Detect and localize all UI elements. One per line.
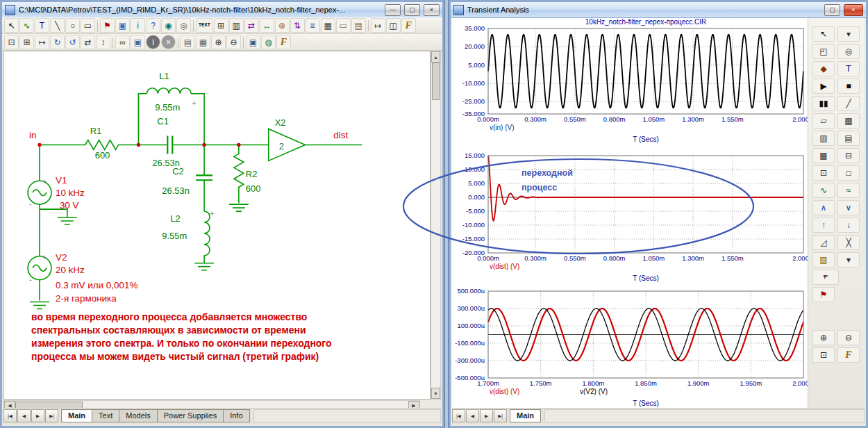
limits-icon[interactable]: ⊟ [837, 148, 860, 163]
browse-window-icon[interactable]: ▣ [131, 35, 145, 49]
schematic-canvas[interactable]: R1 600 L1 9.55m C1 26.53n C2 26.53n L2 9… [3, 51, 431, 400]
text-mode-icon[interactable]: T [837, 61, 860, 76]
info-tool-icon[interactable]: i [131, 18, 145, 33]
low-icon[interactable]: ↓ [837, 217, 860, 233]
double-wave-icon[interactable]: ≈ [837, 183, 860, 198]
rectangle-tool-icon[interactable]: ▭ [81, 18, 95, 33]
scroll-up-button[interactable]: ▲ [431, 51, 440, 63]
stop-icon[interactable]: ■ [837, 79, 860, 94]
ellipse-tool-icon[interactable]: ○ [65, 18, 80, 33]
graph-select-dropdown[interactable]: ▾ [837, 26, 860, 42]
pause-icon[interactable]: ▮▮ [812, 96, 835, 111]
wave-icon[interactable]: ∿ [812, 183, 835, 198]
flip-vertical-icon[interactable]: ⇅ [290, 18, 305, 33]
zoom-window-icon[interactable]: ⊡ [812, 347, 835, 363]
open-plot-icon[interactable]: □ [837, 165, 860, 181]
zoom-out-icon[interactable]: ⊖ [226, 35, 241, 49]
node-snap-icon[interactable]: ⊕ [275, 18, 290, 33]
tab-prev-button[interactable]: ◀ [17, 409, 31, 422]
valley-icon[interactable]: ∨ [837, 200, 860, 215]
probe-icon[interactable]: 'P' [812, 270, 839, 285]
line-mode-icon[interactable]: ╱ [837, 96, 860, 111]
scale-mode-icon[interactable]: ◰ [812, 44, 835, 59]
waveform-list-icon[interactable]: ▤ [837, 131, 860, 146]
panel-dropdown[interactable]: ▾ [837, 252, 860, 268]
cross-cursor-icon[interactable]: ╳ [837, 235, 860, 250]
query-stamp-icon[interactable]: ⊞ [214, 18, 228, 33]
tile-stamp-icon[interactable]: ▥ [229, 18, 244, 33]
zoom-in-icon[interactable]: ⊕ [812, 330, 835, 345]
fourier-icon[interactable]: F [276, 35, 291, 49]
tab-text[interactable]: Text [92, 409, 119, 422]
help-mode-icon[interactable]: ? [146, 18, 160, 33]
cursor-mode-icon[interactable]: ◎ [837, 44, 860, 59]
component-mode-icon[interactable]: ⊡ [4, 35, 19, 49]
hatch-icon[interactable]: ▩ [812, 148, 835, 163]
slope-icon[interactable]: ◿ [812, 235, 835, 250]
zoom-in-icon[interactable]: ⊕ [211, 35, 226, 49]
tab-main[interactable]: Main [510, 409, 541, 422]
scroll-down-button[interactable]: ▼ [431, 388, 440, 399]
close-button[interactable]: × [424, 4, 440, 16]
rotate-ccw-icon[interactable]: ↺ [65, 35, 80, 49]
analysis-tab-last-button[interactable]: ▶| [494, 409, 507, 422]
text-tool-icon[interactable]: T [35, 18, 49, 33]
rotate-cw-icon[interactable]: ↻ [50, 35, 65, 49]
run-icon[interactable]: ▶ [812, 79, 835, 94]
flip-horizontal-icon[interactable]: ⇄ [244, 18, 259, 33]
flag-tool-icon[interactable]: ⚑ [100, 18, 115, 33]
grid-panel-icon[interactable]: ▦ [837, 113, 860, 129]
schematic-vertical-scrollbar[interactable]: ▲ ▼ [431, 51, 441, 400]
group-icon[interactable]: ⊞ [19, 35, 34, 49]
select-mode-icon[interactable]: ↖ [812, 26, 835, 42]
paste-back-icon[interactable]: ▦ [196, 35, 210, 49]
flag-icon[interactable]: ⚑ [812, 287, 835, 302]
flip-y-icon[interactable]: ↕ [96, 35, 110, 49]
vertical-scroll-thumb[interactable] [432, 63, 440, 100]
zoom-out-icon[interactable]: ⊖ [837, 330, 860, 345]
tab-models[interactable]: Models [119, 409, 157, 422]
camera-icon[interactable]: ▣ [246, 35, 260, 49]
tab-next-button[interactable]: ▶ [31, 409, 44, 422]
restore-button[interactable]: ▢ [404, 4, 420, 16]
paste-front-icon[interactable]: ▤ [181, 35, 195, 49]
line-tool-icon[interactable]: ╲ [50, 18, 65, 33]
peak-icon[interactable]: ∧ [812, 200, 835, 215]
analysis-tab-first-button[interactable]: |◀ [452, 409, 465, 422]
tab-info[interactable]: Info [224, 409, 249, 422]
fourier-window-icon[interactable]: F [837, 347, 860, 363]
find-icon[interactable]: ∞ [115, 35, 130, 49]
polygon-mode-icon[interactable]: ▱ [812, 113, 835, 129]
point-tag-icon[interactable]: ◆ [812, 61, 835, 76]
minimize-button[interactable]: — [385, 4, 401, 16]
analysis-plot-area[interactable]: 35.00020.0005.000-10.000-25.000-35.0000.… [452, 18, 809, 411]
analysis-restore-button[interactable]: ▢ [824, 4, 840, 16]
info-circle-icon[interactable]: i [146, 35, 160, 49]
grid-toggle-icon[interactable]: ▦ [321, 18, 335, 33]
wire-mode-icon[interactable]: ∿ [19, 18, 34, 33]
data-grid-icon[interactable]: ▥ [812, 131, 835, 146]
analysis-titlebar[interactable]: Transient Analysis ▢ × [451, 2, 866, 18]
tab-last-button[interactable]: ▶| [45, 409, 58, 422]
arrow-step-icon[interactable]: ↦ [371, 18, 385, 33]
window-split-icon[interactable]: ◫ [386, 18, 401, 33]
picture-tool-icon[interactable]: ▣ [115, 18, 130, 33]
select-arrow-icon[interactable]: ↖ [4, 18, 19, 33]
link-tool-icon[interactable]: ◉ [161, 18, 176, 33]
cancel-circle-icon[interactable]: × [161, 35, 176, 49]
step-box-icon[interactable]: ↦ [35, 35, 49, 49]
analysis-tab-prev-button[interactable]: ◀ [466, 409, 479, 422]
globe-icon[interactable]: ◍ [261, 35, 276, 49]
tab-first-button[interactable]: |◀ [3, 409, 17, 422]
browse-icon[interactable]: ◎ [176, 18, 191, 33]
schematic-titlebar[interactable]: C:\MC9\DATA\Petrov\TEST_(IMD_RIMD_Kr_SR)… [2, 2, 442, 18]
stretch-icon[interactable]: ↔ [260, 18, 274, 33]
title-block-icon[interactable]: ▤ [351, 18, 366, 33]
color-panel-icon[interactable]: ▧ [812, 252, 835, 268]
analysis-close-button[interactable]: × [844, 4, 863, 16]
text-stamp-icon[interactable]: TEXT [196, 18, 213, 33]
analysis-tab-next-button[interactable]: ▶ [480, 409, 493, 422]
border-toggle-icon[interactable]: ▭ [336, 18, 351, 33]
tab-power-supplies[interactable]: Power Supplies [158, 409, 224, 422]
flip-x-icon[interactable]: ⇄ [81, 35, 95, 49]
